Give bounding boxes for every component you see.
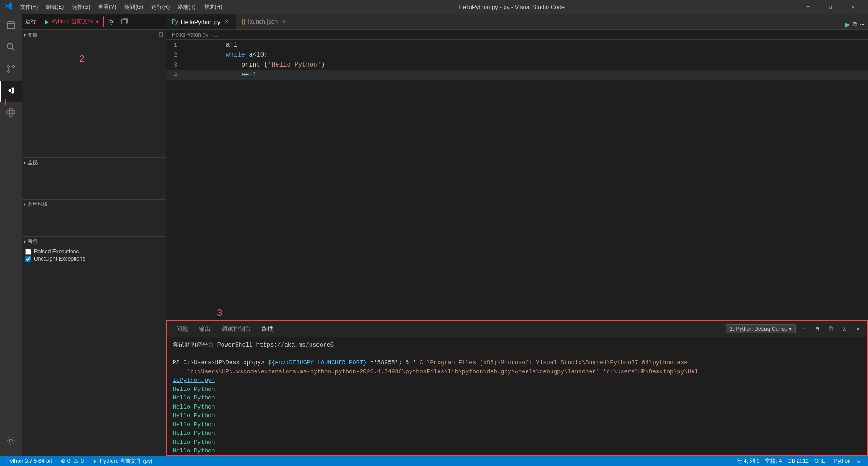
maximize-panel-button[interactable]: ∧: [839, 323, 850, 334]
activity-search[interactable]: [0, 37, 22, 59]
titlebar-left: 文件(F) 编辑(E) 选择(S) 查看(V) 转到(G) 运行(R) 终端(T…: [5, 2, 226, 12]
panel-controls: 2: Python Debug Consc ▾ ＋ ⊟ 🗑 ∧ ✕: [726, 323, 863, 334]
status-python-label: Python 3.7.5 64-bit: [6, 458, 52, 464]
breadcrumb-ellipsis: ...: [214, 32, 218, 38]
menu-select[interactable]: 选择(S): [68, 2, 94, 12]
titlebar: 文件(F) 编辑(E) 选择(S) 查看(V) 转到(G) 运行(R) 终端(T…: [0, 0, 868, 14]
term-output-3: Hello Python: [173, 403, 862, 412]
panel-tab-output[interactable]: 输出: [193, 322, 216, 336]
code-token: +=: [245, 71, 253, 78]
main-layout: 1 运行 ▶ Python: 当前文件 ▾ 2 ▾ 变量: [0, 14, 868, 456]
dropdown-arrow: ▾: [96, 19, 99, 25]
activity-settings[interactable]: [0, 431, 22, 452]
copy-variables-icon[interactable]: [158, 31, 164, 38]
terminal-selector[interactable]: 2: Python Debug Consc ▾: [726, 324, 796, 333]
error-count: 0: [67, 458, 71, 464]
more-actions-button[interactable]: ⋯: [860, 20, 864, 29]
tab-hellopy-close[interactable]: ✕: [223, 18, 230, 25]
error-icon: ⊗: [61, 458, 66, 464]
config-label: Python: 当前文件: [52, 18, 93, 25]
warning-count: 0: [80, 458, 84, 464]
menu-goto[interactable]: 转到(G): [121, 2, 146, 12]
menu-terminal[interactable]: 终端(T): [174, 2, 199, 12]
close-panel-button[interactable]: ✕: [853, 323, 863, 334]
raised-exceptions-checkbox[interactable]: [25, 249, 31, 255]
kill-terminal-button[interactable]: 🗑: [826, 323, 836, 334]
menu-file[interactable]: 文件(F): [16, 2, 41, 12]
callstack-section: ▾ 调用堆栈: [22, 199, 166, 236]
term-output-1: Hello Python: [173, 385, 862, 394]
uncaught-exceptions-label[interactable]: Uncaught Exceptions: [34, 256, 85, 262]
panel-tab-debug-console[interactable]: 调试控制台: [216, 322, 256, 336]
breakpoints-content: Raised Exceptions Uncaught Exceptions: [22, 246, 166, 264]
panel-tab-terminal[interactable]: 终端: [256, 322, 279, 336]
watch-header[interactable]: ▾ 监视: [22, 157, 166, 167]
svg-line-1: [12, 48, 15, 51]
callstack-header[interactable]: ▾ 调用堆栈: [22, 199, 166, 209]
status-encoding[interactable]: GB 2312: [785, 456, 811, 466]
open-editor-button[interactable]: [119, 16, 131, 28]
term-path-1: C:\Program Files (x86)\Microsoft Visual …: [420, 359, 688, 366]
activity-scm[interactable]: [0, 59, 22, 81]
code-editor[interactable]: 1 a=1 2 while a<10: 3 print ('Hello Pyth…: [166, 40, 868, 320]
status-eol[interactable]: CRLF: [811, 456, 831, 466]
run-label: 运行: [25, 18, 36, 25]
panel-tab-bar: 问题 输出 调试控制台 终端 2: Python Debug Consc ▾ ＋…: [167, 321, 867, 337]
term-link[interactable]: loPython.py': [173, 377, 215, 384]
terminal-content[interactable]: 尝试新的跨平台 PowerShell https://aka.ms/pscore…: [167, 337, 867, 455]
breadcrumb: HelloPython.py › ...: [166, 30, 868, 40]
svg-rect-8: [12, 111, 15, 114]
breadcrumb-file[interactable]: HelloPython.py: [172, 32, 208, 38]
status-line-col[interactable]: 行 4, 列 9: [734, 456, 763, 466]
breadcrumb-sep1: ›: [210, 32, 212, 38]
status-smiley[interactable]: ☺: [854, 456, 864, 466]
variables-content: [22, 40, 166, 157]
variables-section: ▾ 变量: [22, 30, 166, 157]
term-line-powershell: 尝试新的跨平台 PowerShell https://aka.ms/pscore…: [173, 341, 862, 350]
code-token: a: [241, 71, 245, 78]
status-python-version[interactable]: Python 3.7.5 64-bit: [4, 456, 55, 466]
terminal-dropdown-arrow: ▾: [789, 326, 792, 332]
python-run-button[interactable]: ▶ Python: 当前文件 ▾: [40, 16, 104, 27]
tab-bar: Py HelloPython.py ✕ {} launch.json ✕ ▶ ⧉…: [166, 14, 868, 30]
menu-view[interactable]: 查看(V): [94, 2, 120, 12]
gear-settings-button[interactable]: [105, 16, 117, 28]
breakpoints-header[interactable]: ▾ 断点: [22, 236, 166, 246]
status-run-mode[interactable]: ⏵ Python: 当前文件 (py): [90, 456, 155, 466]
panel-tab-problems[interactable]: 问题: [171, 322, 193, 336]
maximize-button[interactable]: ❐: [820, 0, 841, 14]
svg-point-3: [8, 70, 10, 72]
chevron-watch-icon: ▾: [24, 160, 26, 165]
menu-help[interactable]: 帮助(H): [200, 2, 226, 12]
raised-exceptions-label[interactable]: Raised Exceptions: [34, 248, 79, 255]
activity-explorer[interactable]: [0, 15, 22, 37]
svg-point-0: [7, 43, 13, 49]
status-spaces[interactable]: 空格: 4: [762, 456, 784, 466]
editor-area: Py HelloPython.py ✕ {} launch.json ✕ ▶ ⧉…: [166, 14, 868, 456]
status-errors[interactable]: ⊗ 0 ⚠ 0: [58, 456, 86, 466]
watch-label: 监视: [28, 159, 38, 166]
activity-debug[interactable]: [0, 81, 22, 102]
variables-header[interactable]: ▾ 变量: [22, 30, 166, 40]
status-language[interactable]: Python: [831, 456, 853, 466]
breakpoints-section: ▾ 断点 Raised Exceptions Uncaught Exceptio…: [22, 236, 166, 264]
tab-hellopy[interactable]: Py HelloPython.py ✕: [166, 14, 236, 29]
svg-rect-9: [9, 108, 12, 111]
uncaught-exceptions-checkbox[interactable]: [25, 256, 31, 262]
split-terminal-button[interactable]: ⊟: [812, 323, 823, 334]
run-green-button[interactable]: ▶: [845, 19, 850, 29]
line-number-4: 4: [166, 71, 184, 78]
split-editor-button[interactable]: ⧉: [853, 21, 857, 28]
term-quote: ': [691, 359, 695, 366]
tab-launchjson[interactable]: {} launch.json ✕: [236, 14, 293, 29]
tab-launchjson-label: launch.json: [248, 18, 278, 25]
close-button[interactable]: ✕: [843, 0, 863, 14]
variables-label: 变量: [28, 32, 38, 38]
tab-launchjson-close[interactable]: ✕: [280, 18, 288, 25]
activity-extensions[interactable]: [0, 102, 22, 124]
minimize-button[interactable]: ─: [797, 0, 818, 14]
term-output-2: Hello Python: [173, 394, 862, 403]
menu-run[interactable]: 运行(R): [148, 2, 174, 12]
menu-edit[interactable]: 编辑(E): [42, 2, 67, 12]
add-terminal-button[interactable]: ＋: [798, 323, 809, 334]
